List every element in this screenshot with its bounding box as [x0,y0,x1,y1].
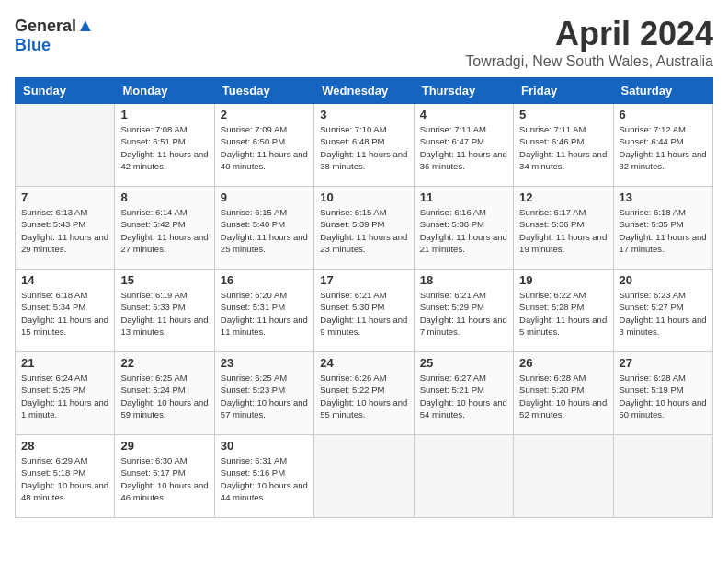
day-cell: 12Sunrise: 6:17 AM Sunset: 5:36 PM Dayli… [514,187,613,270]
day-number: 19 [519,273,607,287]
day-info: Sunrise: 6:13 AM Sunset: 5:43 PM Dayligh… [21,206,108,255]
day-number: 2 [221,108,308,121]
day-number: 21 [21,356,108,370]
day-cell [613,435,712,518]
day-cell: 3Sunrise: 7:10 AM Sunset: 6:48 PM Daylig… [314,104,414,187]
day-info: Sunrise: 6:31 AM Sunset: 5:16 PM Dayligh… [221,454,308,503]
day-info: Sunrise: 6:26 AM Sunset: 5:22 PM Dayligh… [320,372,407,420]
logo-general: General [15,17,76,35]
day-info: Sunrise: 6:30 AM Sunset: 5:17 PM Dayligh… [120,454,208,503]
day-info: Sunrise: 6:16 AM Sunset: 5:38 PM Dayligh… [420,206,507,255]
day-number: 27 [620,356,707,370]
day-cell: 18Sunrise: 6:21 AM Sunset: 5:29 PM Dayli… [414,270,513,352]
day-number: 18 [420,273,507,287]
day-number: 6 [620,108,707,121]
day-number: 22 [120,356,208,370]
calendar-subtitle: Towradgi, New South Wales, Australia [465,53,713,70]
week-row-5: 28Sunrise: 6:29 AM Sunset: 5:18 PM Dayli… [16,435,713,518]
header-cell-wednesday: Wednesday [314,78,414,104]
day-cell: 16Sunrise: 6:20 AM Sunset: 5:31 PM Dayli… [214,270,313,352]
day-number: 16 [221,273,308,287]
day-number: 5 [519,108,607,121]
day-info: Sunrise: 6:22 AM Sunset: 5:28 PM Dayligh… [519,289,607,338]
day-number: 11 [420,190,507,204]
day-cell: 22Sunrise: 6:25 AM Sunset: 5:24 PM Dayli… [115,352,214,435]
day-cell: 23Sunrise: 6:25 AM Sunset: 5:23 PM Dayli… [214,352,313,435]
day-cell: 9Sunrise: 6:15 AM Sunset: 5:40 PM Daylig… [214,187,313,270]
day-info: Sunrise: 7:11 AM Sunset: 6:46 PM Dayligh… [519,123,607,172]
logo: General▲ Blue [15,15,95,55]
day-info: Sunrise: 6:15 AM Sunset: 5:40 PM Dayligh… [221,206,308,255]
day-number: 25 [420,356,507,370]
day-cell: 5Sunrise: 7:11 AM Sunset: 6:46 PM Daylig… [514,104,613,187]
day-info: Sunrise: 6:25 AM Sunset: 5:23 PM Dayligh… [221,372,308,420]
day-info: Sunrise: 6:19 AM Sunset: 5:33 PM Dayligh… [120,289,208,338]
day-cell: 17Sunrise: 6:21 AM Sunset: 5:30 PM Dayli… [314,270,414,352]
day-info: Sunrise: 6:21 AM Sunset: 5:29 PM Dayligh… [420,289,507,338]
day-info: Sunrise: 6:25 AM Sunset: 5:24 PM Dayligh… [120,372,208,420]
day-cell: 11Sunrise: 6:16 AM Sunset: 5:38 PM Dayli… [414,187,513,270]
day-cell: 6Sunrise: 7:12 AM Sunset: 6:44 PM Daylig… [613,104,712,187]
day-cell: 28Sunrise: 6:29 AM Sunset: 5:18 PM Dayli… [16,435,115,518]
day-info: Sunrise: 6:23 AM Sunset: 5:27 PM Dayligh… [620,289,707,338]
header-row: SundayMondayTuesdayWednesdayThursdayFrid… [16,78,713,104]
logo-bird-icon: ▲ [76,15,95,35]
day-cell: 15Sunrise: 6:19 AM Sunset: 5:33 PM Dayli… [115,270,214,352]
day-number: 24 [320,356,407,370]
header-cell-tuesday: Tuesday [214,78,313,104]
day-cell [314,435,414,518]
day-cell: 30Sunrise: 6:31 AM Sunset: 5:16 PM Dayli… [214,435,313,518]
logo-text: General▲ [15,15,95,36]
header-cell-sunday: Sunday [16,78,115,104]
day-info: Sunrise: 6:28 AM Sunset: 5:19 PM Dayligh… [620,372,707,420]
day-number: 7 [21,190,108,204]
day-info: Sunrise: 7:08 AM Sunset: 6:51 PM Dayligh… [120,123,208,172]
day-number: 23 [221,356,308,370]
title-area: April 2024 Towradgi, New South Wales, Au… [465,15,713,70]
day-cell: 14Sunrise: 6:18 AM Sunset: 5:34 PM Dayli… [16,270,115,352]
header-cell-friday: Friday [514,78,613,104]
day-number: 9 [221,190,308,204]
day-number: 12 [519,190,607,204]
day-cell [514,435,613,518]
day-info: Sunrise: 6:17 AM Sunset: 5:36 PM Dayligh… [519,206,607,255]
header-cell-thursday: Thursday [414,78,513,104]
day-cell: 2Sunrise: 7:09 AM Sunset: 6:50 PM Daylig… [214,104,313,187]
header-cell-saturday: Saturday [613,78,712,104]
day-number: 30 [221,439,308,453]
day-number: 13 [620,190,707,204]
week-row-2: 7Sunrise: 6:13 AM Sunset: 5:43 PM Daylig… [16,187,713,270]
day-number: 26 [519,356,607,370]
day-cell: 8Sunrise: 6:14 AM Sunset: 5:42 PM Daylig… [115,187,214,270]
week-row-4: 21Sunrise: 6:24 AM Sunset: 5:25 PM Dayli… [16,352,713,435]
day-cell: 21Sunrise: 6:24 AM Sunset: 5:25 PM Dayli… [16,352,115,435]
day-info: Sunrise: 6:21 AM Sunset: 5:30 PM Dayligh… [320,289,407,338]
day-info: Sunrise: 6:20 AM Sunset: 5:31 PM Dayligh… [221,289,308,338]
day-cell: 24Sunrise: 6:26 AM Sunset: 5:22 PM Dayli… [314,352,414,435]
day-number: 10 [320,190,407,204]
day-info: Sunrise: 6:18 AM Sunset: 5:34 PM Dayligh… [21,289,108,338]
day-cell [414,435,513,518]
day-cell: 7Sunrise: 6:13 AM Sunset: 5:43 PM Daylig… [16,187,115,270]
day-cell: 10Sunrise: 6:15 AM Sunset: 5:39 PM Dayli… [314,187,414,270]
day-cell: 19Sunrise: 6:22 AM Sunset: 5:28 PM Dayli… [514,270,613,352]
day-info: Sunrise: 6:15 AM Sunset: 5:39 PM Dayligh… [320,206,407,255]
day-cell: 25Sunrise: 6:27 AM Sunset: 5:21 PM Dayli… [414,352,513,435]
header-cell-monday: Monday [115,78,214,104]
calendar-table: SundayMondayTuesdayWednesdayThursdayFrid… [15,77,713,518]
day-info: Sunrise: 7:10 AM Sunset: 6:48 PM Dayligh… [320,123,407,172]
day-info: Sunrise: 6:28 AM Sunset: 5:20 PM Dayligh… [519,372,607,420]
day-cell: 26Sunrise: 6:28 AM Sunset: 5:20 PM Dayli… [514,352,613,435]
day-number: 8 [120,190,208,204]
calendar-title: April 2024 [465,15,713,53]
day-info: Sunrise: 7:09 AM Sunset: 6:50 PM Dayligh… [221,123,308,172]
day-number: 29 [120,439,208,453]
day-cell: 4Sunrise: 7:11 AM Sunset: 6:47 PM Daylig… [414,104,513,187]
day-cell: 1Sunrise: 7:08 AM Sunset: 6:51 PM Daylig… [115,104,214,187]
day-info: Sunrise: 7:11 AM Sunset: 6:47 PM Dayligh… [420,123,507,172]
logo-blue: Blue [15,36,51,54]
day-info: Sunrise: 6:24 AM Sunset: 5:25 PM Dayligh… [21,372,108,420]
day-cell: 27Sunrise: 6:28 AM Sunset: 5:19 PM Dayli… [613,352,712,435]
day-number: 1 [120,108,208,121]
day-info: Sunrise: 7:12 AM Sunset: 6:44 PM Dayligh… [620,123,707,172]
